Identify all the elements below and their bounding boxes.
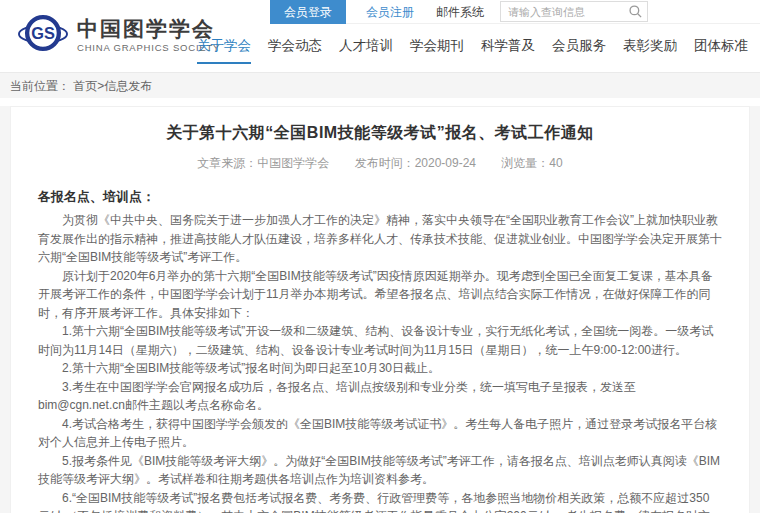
member-login-button[interactable]: 会员登录 xyxy=(270,0,346,24)
svg-text:GS: GS xyxy=(31,24,55,42)
paragraph: 6.“全国BIM技能等级考试”报名费包括考试报名费、考务费、行政管理费等，各地参… xyxy=(38,489,722,513)
site-logo[interactable]: GS 中国图学学会 CHINA GRAPHICS SOCIETY xyxy=(18,8,220,62)
page-background: 关于第十六期“全国BIM技能等级考试”报名、考试工作通知 文章来源：中国图学学会… xyxy=(0,106,760,513)
article-body: 为贯彻《中共中央、国务院关于进一步加强人才工作的决定》精神，落实中央领导在“全国… xyxy=(38,211,722,513)
section-heading: 各报名点、培训点： xyxy=(38,188,722,206)
search-input[interactable] xyxy=(500,1,648,22)
breadcrumb-label: 当前位置： xyxy=(10,79,70,93)
nav-item-standards[interactable]: 团体标准 xyxy=(694,37,748,64)
article-views: 浏览量：40 xyxy=(501,156,562,170)
society-emblem-icon: GS xyxy=(18,8,68,62)
mail-system-link[interactable]: 邮件系统 xyxy=(436,0,484,23)
article-date: 发布时间：2020-09-24 xyxy=(355,156,476,170)
breadcrumb: 当前位置： 首页>信息发布 xyxy=(0,72,760,98)
paragraph: 5.报考条件见《BIM技能等级考评大纲》。为做好“全国BIM技能等级考试”考评工… xyxy=(38,452,722,489)
paragraph: 2.第十六期“全国BIM技能等级考试”报名时间为即日起至10月30日截止。 xyxy=(38,359,722,378)
article-title: 关于第十六期“全国BIM技能等级考试”报名、考试工作通知 xyxy=(38,123,722,144)
article-card: 关于第十六期“全国BIM技能等级考试”报名、考试工作通知 文章来源：中国图学学会… xyxy=(10,106,750,513)
paragraph: 3.考生在中国图学学会官网报名成功后，各报名点、培训点按级别和专业分类，统一填写… xyxy=(38,378,722,415)
breadcrumb-path-link[interactable]: 首页>信息发布 xyxy=(73,79,152,93)
utility-bar: 会员登录 会员注册 邮件系统 xyxy=(270,0,760,24)
nav-item-journal[interactable]: 学会期刊 xyxy=(410,37,464,64)
site-header: GS 中国图学学会 CHINA GRAPHICS SOCIETY 会员登录 会员… xyxy=(0,0,760,72)
paragraph: 1.第十六期“全国BIM技能等级考试”开设一级和二级建筑、结构、设备设计专业，实… xyxy=(38,322,722,359)
article-source: 文章来源：中国图学学会 xyxy=(197,156,329,170)
main-nav: 关于学会 学会动态 人才培训 学会期刊 科学普及 会员服务 表彰奖励 团体标准 xyxy=(197,37,748,64)
search-box xyxy=(500,1,648,22)
nav-item-science[interactable]: 科学普及 xyxy=(481,37,535,64)
member-register-link[interactable]: 会员注册 xyxy=(366,0,414,23)
nav-item-awards[interactable]: 表彰奖励 xyxy=(623,37,677,64)
search-icon[interactable] xyxy=(628,4,643,23)
nav-item-about[interactable]: 关于学会 xyxy=(197,37,251,64)
nav-item-news[interactable]: 学会动态 xyxy=(268,37,322,64)
paragraph: 4.考试合格考生，获得中国图学学会颁发的《全国BIM技能等级考试证书》。考生每人… xyxy=(38,415,722,452)
paragraph: 原计划于2020年6月举办的第十六期“全国BIM技能等级考试”因疫情原因延期举办… xyxy=(38,267,722,323)
nav-item-member[interactable]: 会员服务 xyxy=(552,37,606,64)
nav-item-training[interactable]: 人才培训 xyxy=(339,37,393,64)
paragraph: 为贯彻《中共中央、国务院关于进一步加强人才工作的决定》精神，落实中央领导在“全国… xyxy=(38,211,722,267)
article-meta: 文章来源：中国图学学会 发布时间：2020-09-24 浏览量：40 xyxy=(38,155,722,172)
